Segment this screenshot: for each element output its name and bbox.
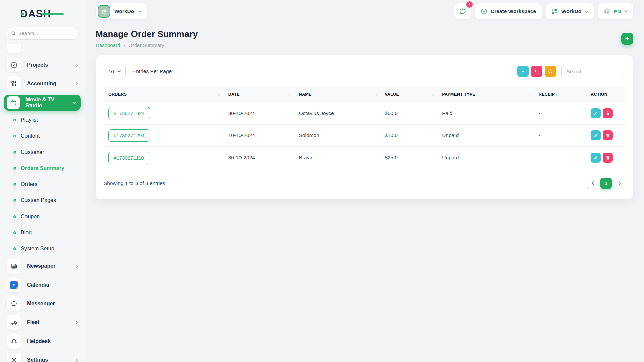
cell-value: $10.0 bbox=[380, 124, 437, 146]
order-number-link[interactable]: #1730271324 bbox=[108, 107, 150, 119]
column-header-date[interactable]: DATE↑↓ bbox=[224, 86, 294, 102]
newspaper-icon bbox=[7, 259, 21, 274]
projects-icon bbox=[7, 58, 21, 72]
sort-icon: ↑↓ bbox=[218, 93, 220, 96]
sidebar-item-clipped[interactable] bbox=[7, 44, 21, 53]
delete-button[interactable] bbox=[603, 153, 613, 163]
language-code: EN bbox=[614, 9, 621, 14]
movie-tv-icon bbox=[7, 96, 20, 109]
sidebar-nav: Projects Accounting Movi bbox=[0, 44, 85, 362]
sidebar-item-accounting[interactable]: Accounting bbox=[0, 74, 85, 93]
pencil-icon bbox=[594, 133, 598, 138]
sidebar-subitem-custom-pages[interactable]: Custom Pages bbox=[0, 192, 85, 208]
edit-button[interactable] bbox=[591, 153, 601, 163]
add-order-button[interactable]: + bbox=[621, 33, 633, 45]
sidebar-item-projects[interactable]: Projects bbox=[0, 56, 85, 74]
column-header-orders[interactable]: ORDERS↑↓ bbox=[104, 86, 224, 102]
chevron-right-icon bbox=[618, 181, 622, 185]
sidebar-item-helpdesk[interactable]: Helpdesk bbox=[0, 332, 85, 351]
topbar-actions: 0 Create Workspace WorkDo EN bbox=[454, 3, 633, 19]
sidebar-subitem-label: Content bbox=[21, 133, 40, 139]
sidebar-item-messenger[interactable]: Messenger bbox=[0, 294, 85, 313]
sidebar-item-movie-tv-studio[interactable]: Movie & TV Studio bbox=[4, 95, 81, 111]
cell-payment-type: Paid bbox=[437, 102, 534, 124]
showing-entries-text: Showing 1 to 3 of 3 entries bbox=[104, 180, 165, 186]
bullet-icon bbox=[13, 167, 16, 170]
sidebar-item-calendar[interactable]: 31 Calendar bbox=[0, 276, 85, 294]
sidebar-subitem-system-setup[interactable]: System Setup bbox=[0, 241, 85, 257]
sidebar-item-settings[interactable]: Settings bbox=[0, 351, 85, 362]
page-header: Manage Order Summary Dashboard › Order S… bbox=[96, 29, 633, 48]
sidebar-item-newspaper[interactable]: Newspaper bbox=[0, 257, 85, 276]
table-search-input[interactable] bbox=[561, 65, 625, 78]
messages-button[interactable]: 0 bbox=[454, 3, 471, 19]
pagination-next-button[interactable] bbox=[614, 178, 625, 189]
trash-icon bbox=[606, 156, 610, 160]
sidebar-search-input[interactable] bbox=[18, 31, 74, 36]
main-content: WorkDo 0 Create Workspace WorkDo bbox=[85, 0, 644, 362]
sidebar-subitem-orders-summary[interactable]: Orders Summary bbox=[0, 160, 85, 176]
edit-button[interactable] bbox=[591, 108, 601, 118]
order-number-link[interactable]: #1730271110 bbox=[108, 152, 149, 164]
language-selector[interactable]: EN bbox=[598, 3, 633, 19]
delete-button[interactable] bbox=[603, 108, 613, 118]
cell-payment-type: Unpaid bbox=[437, 124, 534, 146]
column-header-name[interactable]: NAME↑↓ bbox=[294, 86, 380, 102]
pagination-page-1[interactable]: 1 bbox=[600, 178, 612, 189]
column-header-payment-type[interactable]: PAYMENT TYPE↑↓ bbox=[437, 86, 534, 102]
page-title: Manage Order Summary bbox=[96, 29, 198, 39]
sort-icon: ↑↓ bbox=[528, 93, 531, 96]
gear-icon bbox=[7, 353, 21, 362]
app-root: DASH Projects bbox=[0, 0, 644, 362]
export-download-button[interactable] bbox=[517, 66, 529, 77]
sidebar-subitem-playlist[interactable]: Playlist bbox=[0, 112, 85, 128]
reset-back-button[interactable] bbox=[531, 66, 542, 77]
cell-value: $25.0 bbox=[380, 146, 437, 169]
bullet-icon bbox=[13, 215, 16, 218]
globe-icon bbox=[603, 8, 610, 15]
app-switcher-button[interactable]: WorkDo bbox=[546, 3, 594, 19]
sidebar-search[interactable] bbox=[6, 27, 79, 40]
chat-bubble-icon bbox=[459, 7, 467, 15]
table-toolbar: 10 Entries Per Page bbox=[104, 65, 625, 78]
create-workspace-label: Create Workspace bbox=[491, 8, 536, 14]
chevron-right-icon bbox=[75, 63, 79, 67]
workspace-selector[interactable]: WorkDo bbox=[96, 3, 147, 19]
sidebar-item-fleet[interactable]: Fleet bbox=[0, 313, 85, 332]
order-number-link[interactable]: #1730271291 bbox=[108, 129, 150, 142]
refresh-button[interactable] bbox=[545, 66, 556, 77]
create-workspace-button[interactable]: Create Workspace bbox=[475, 3, 542, 19]
column-header-value[interactable]: VALUE↑↓ bbox=[380, 86, 437, 102]
sidebar-item-label: Newspaper bbox=[27, 263, 55, 269]
sidebar-subitem-blog[interactable]: Blog bbox=[0, 225, 85, 241]
sort-icon: ↑↓ bbox=[374, 93, 377, 96]
sidebar-subitem-label: Customer bbox=[21, 149, 44, 155]
sidebar-subitem-label: Coupon bbox=[21, 214, 40, 220]
sidebar-subitem-label: Blog bbox=[21, 230, 32, 236]
chevron-right-icon bbox=[75, 264, 79, 268]
sidebar-subitem-orders[interactable]: Orders bbox=[0, 176, 85, 192]
sidebar-subitem-customer[interactable]: Customer bbox=[0, 144, 85, 160]
topbar: WorkDo 0 Create Workspace WorkDo bbox=[96, 0, 633, 23]
bullet-icon bbox=[13, 199, 16, 202]
breadcrumb: Dashboard › Order Summary bbox=[96, 42, 198, 48]
breadcrumb-dashboard-link[interactable]: Dashboard bbox=[96, 42, 120, 48]
table-row: #1730271110 30-10-2024 Bravin $25.0 Unpa… bbox=[104, 146, 625, 169]
chevron-down-icon bbox=[624, 10, 628, 13]
sidebar-item-label: Helpdesk bbox=[27, 338, 51, 344]
sidebar-subitem-coupon[interactable]: Coupon bbox=[0, 208, 85, 225]
sidebar: DASH Projects bbox=[0, 0, 85, 362]
pencil-icon bbox=[594, 111, 598, 115]
sidebar-item-label: Projects bbox=[27, 62, 48, 68]
chevron-down-icon bbox=[72, 101, 76, 105]
bullet-icon bbox=[13, 247, 16, 250]
pagination-prev-button[interactable] bbox=[587, 178, 598, 189]
sidebar-subitem-content[interactable]: Content bbox=[0, 128, 85, 144]
table-footer: Showing 1 to 3 of 3 entries 1 bbox=[104, 178, 625, 189]
workspace-name: WorkDo bbox=[114, 8, 134, 14]
edit-button[interactable] bbox=[591, 130, 601, 140]
delete-button[interactable] bbox=[603, 130, 613, 140]
sidebar-item-label: Settings bbox=[27, 357, 48, 362]
entries-per-page-select[interactable]: 10 bbox=[104, 65, 126, 78]
cell-name: Solomon bbox=[294, 124, 380, 146]
